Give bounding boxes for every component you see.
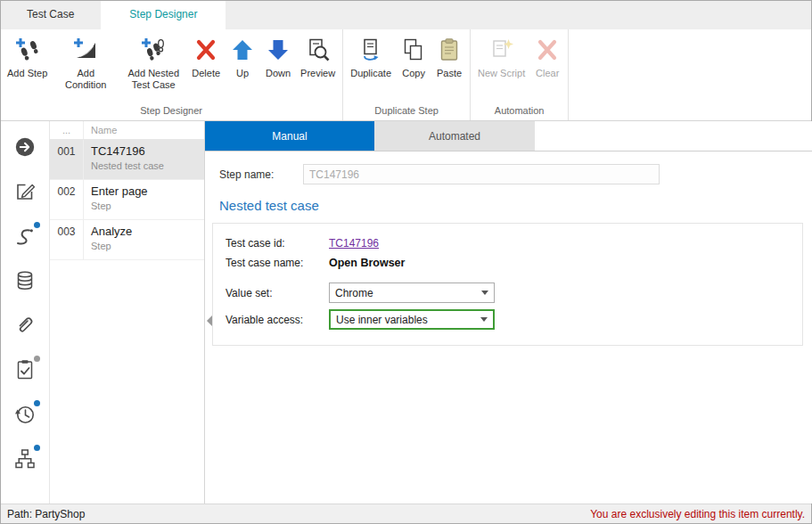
main-area: ... Name 001 TC147196 Nested test case 0… xyxy=(0,121,812,504)
ribbon-group-automation: New Script Clear Automation xyxy=(471,29,569,120)
sidebar-item-step-designer[interactable] xyxy=(4,216,46,260)
down-label: Down xyxy=(266,68,291,79)
step-name-row: Step name: xyxy=(219,164,803,184)
delete-button[interactable]: Delete xyxy=(187,31,225,81)
step-number: 002 xyxy=(50,180,84,219)
down-arrow-icon xyxy=(265,37,291,63)
add-step-label: Add Step xyxy=(7,68,47,79)
down-button[interactable]: Down xyxy=(260,31,296,81)
step-list-panel: ... Name 001 TC147196 Nested test case 0… xyxy=(50,121,205,504)
go-icon xyxy=(13,135,37,162)
field-row-value-set: Value set: Chrome xyxy=(226,282,802,303)
status-bar: Path: PartyShop You are exclusively edit… xyxy=(0,504,812,524)
ribbon-buttons: Add Step Add Condition xyxy=(3,31,340,102)
collapse-panel-handle[interactable] xyxy=(207,315,212,326)
app-window: Test Case Step Designer Add xyxy=(0,0,812,524)
step-name: TC147196 xyxy=(91,144,164,158)
add-step-icon xyxy=(14,37,41,63)
preview-icon xyxy=(305,37,332,63)
delete-icon xyxy=(193,37,219,63)
sidebar-item-go[interactable] xyxy=(4,127,46,171)
value-set-selected-value: Chrome xyxy=(335,287,373,299)
column-header-options[interactable]: ... xyxy=(50,121,84,139)
detail-tab-strip: Manual Automated xyxy=(205,121,812,151)
sidebar-item-edit[interactable] xyxy=(4,171,46,216)
ribbon-buttons: New Script Clear xyxy=(473,31,565,102)
step-name-input[interactable] xyxy=(303,164,660,184)
paste-label: Paste xyxy=(437,68,462,79)
history-icon xyxy=(13,403,37,430)
ribbon-group-label-duplicate-step: Duplicate Step xyxy=(346,102,467,120)
step-row[interactable]: 002 Enter page Step xyxy=(50,180,204,220)
sidebar-item-attachments[interactable] xyxy=(4,305,46,349)
step-type: Nested test case xyxy=(91,160,164,171)
duplicate-button[interactable]: Duplicate xyxy=(346,31,396,81)
test-case-name-label: Test case name: xyxy=(226,257,329,269)
step-row[interactable]: 003 Analyze Step xyxy=(50,220,204,260)
ribbon-group-step-designer: Add Step Add Condition xyxy=(0,29,343,120)
variable-access-selected-value: Use inner variables xyxy=(336,314,428,326)
detail-content: Step name: Nested test case Test case id… xyxy=(205,151,812,346)
hierarchy-icon xyxy=(13,447,37,474)
variable-access-select[interactable]: Use inner variables xyxy=(329,309,495,330)
copy-icon xyxy=(400,37,427,63)
attachment-icon xyxy=(13,314,37,340)
sidebar-item-hierarchy[interactable] xyxy=(4,438,46,483)
tab-automated[interactable]: Automated xyxy=(374,121,535,151)
variable-access-label: Variable access: xyxy=(226,314,329,326)
field-row-test-case-id: Test case id: TC147196 xyxy=(226,237,802,250)
new-script-label: New Script xyxy=(478,68,525,79)
add-condition-label: Add Condition xyxy=(56,68,115,91)
detail-heading: Nested test case xyxy=(219,198,803,213)
copy-label: Copy xyxy=(402,68,425,79)
preview-button[interactable]: Preview xyxy=(296,31,340,81)
step-name-label: Step name: xyxy=(219,168,303,181)
column-header-name[interactable]: Name xyxy=(84,121,204,139)
status-path: Path: PartyShop xyxy=(7,508,85,520)
chevron-down-icon xyxy=(480,317,488,322)
tab-manual[interactable]: Manual xyxy=(205,121,374,151)
up-button[interactable]: Up xyxy=(225,31,260,81)
field-row-variable-access: Variable access: Use inner variables xyxy=(226,309,802,330)
ribbon-group-label-step-designer: Step Designer xyxy=(3,102,340,120)
tab-step-designer[interactable]: Step Designer xyxy=(101,0,226,29)
clear-button[interactable]: Clear xyxy=(529,31,565,81)
notification-dot xyxy=(34,356,40,362)
add-step-button[interactable]: Add Step xyxy=(3,31,52,81)
notification-dot xyxy=(34,445,40,451)
notification-dot xyxy=(34,400,40,406)
window-tab-strip: Test Case Step Designer xyxy=(0,0,812,29)
up-label: Up xyxy=(236,68,249,79)
ribbon-buttons: Duplicate Copy xyxy=(346,31,467,102)
add-nested-test-case-button[interactable]: Add Nested Test Case xyxy=(119,31,187,93)
nested-test-case-fieldbox: Test case id: TC147196 Test case name: O… xyxy=(212,223,803,346)
step-name: Enter page xyxy=(91,184,148,198)
sidebar-item-history[interactable] xyxy=(4,394,46,438)
step-list-header: ... Name xyxy=(50,121,204,140)
notification-dot xyxy=(34,222,40,228)
copy-button[interactable]: Copy xyxy=(396,31,431,81)
status-edit-message: You are exclusively editing this item cu… xyxy=(590,508,805,520)
left-icon-sidebar xyxy=(0,121,50,504)
test-case-id-link[interactable]: TC147196 xyxy=(329,237,379,250)
new-script-button[interactable]: New Script xyxy=(473,31,529,81)
step-row[interactable]: 001 TC147196 Nested test case xyxy=(50,140,204,180)
step-name: Analyze xyxy=(91,225,132,238)
ribbon: Add Step Add Condition xyxy=(0,29,812,121)
delete-label: Delete xyxy=(192,68,220,79)
duplicate-label: Duplicate xyxy=(350,68,391,79)
paste-button[interactable]: Paste xyxy=(431,31,467,81)
value-set-select[interactable]: Chrome xyxy=(329,282,495,303)
sidebar-item-testdata[interactable] xyxy=(4,260,46,305)
duplicate-icon xyxy=(357,37,384,63)
ribbon-group-label-automation: Automation xyxy=(473,102,565,120)
tab-test-case[interactable]: Test Case xyxy=(0,0,101,29)
clear-icon xyxy=(534,37,561,63)
add-nested-test-case-icon xyxy=(140,37,167,63)
add-condition-icon xyxy=(72,37,99,63)
sidebar-item-checklist[interactable] xyxy=(4,349,46,394)
ribbon-group-duplicate-step: Duplicate Copy xyxy=(343,29,471,120)
field-row-test-case-name: Test case name: Open Browser xyxy=(226,257,802,269)
new-script-icon xyxy=(488,37,515,63)
add-condition-button[interactable]: Add Condition xyxy=(52,31,119,93)
